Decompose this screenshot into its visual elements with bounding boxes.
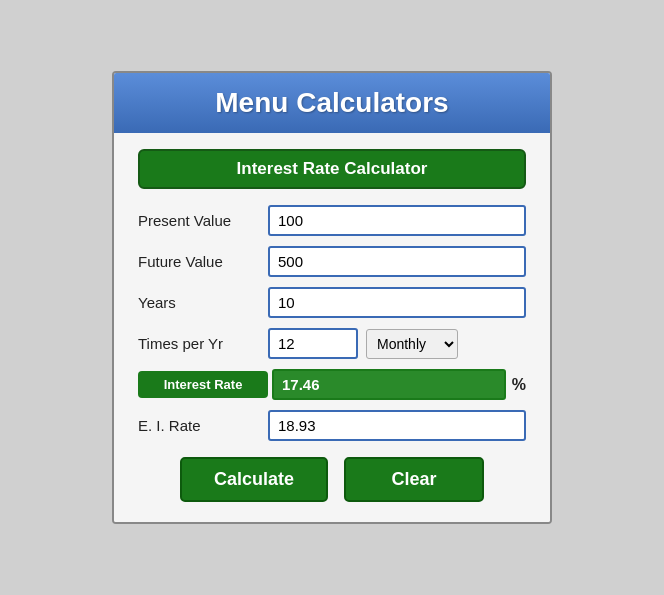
section-title: Interest Rate Calculator (138, 149, 526, 189)
present-value-input[interactable] (268, 205, 526, 236)
times-per-yr-label: Times per Yr (138, 335, 268, 352)
page-title: Menu Calculators (215, 87, 448, 118)
calc-body: Interest Rate Calculator Present Value F… (114, 133, 550, 522)
future-value-label: Future Value (138, 253, 268, 270)
future-value-input[interactable] (268, 246, 526, 277)
years-label: Years (138, 294, 268, 311)
times-per-yr-input[interactable] (268, 328, 358, 359)
clear-button[interactable]: Clear (344, 457, 484, 502)
years-row: Years (138, 287, 526, 318)
calculator-container: Menu Calculators Interest Rate Calculato… (112, 71, 552, 524)
interest-rate-row: Interest Rate % (138, 369, 526, 400)
percent-symbol: % (512, 376, 526, 394)
present-value-row: Present Value (138, 205, 526, 236)
future-value-row: Future Value (138, 246, 526, 277)
present-value-label: Present Value (138, 212, 268, 229)
calculate-button[interactable]: Calculate (180, 457, 328, 502)
interest-rate-label: Interest Rate (138, 371, 268, 398)
ei-rate-row: E. I. Rate (138, 410, 526, 441)
frequency-select[interactable]: Monthly Daily Weekly Quarterly Annually (366, 329, 458, 359)
ei-rate-label: E. I. Rate (138, 417, 268, 434)
buttons-row: Calculate Clear (138, 457, 526, 502)
interest-rate-input[interactable] (272, 369, 506, 400)
years-input[interactable] (268, 287, 526, 318)
times-per-yr-row: Times per Yr Monthly Daily Weekly Quarte… (138, 328, 526, 359)
ei-rate-input[interactable] (268, 410, 526, 441)
header: Menu Calculators (114, 73, 550, 133)
